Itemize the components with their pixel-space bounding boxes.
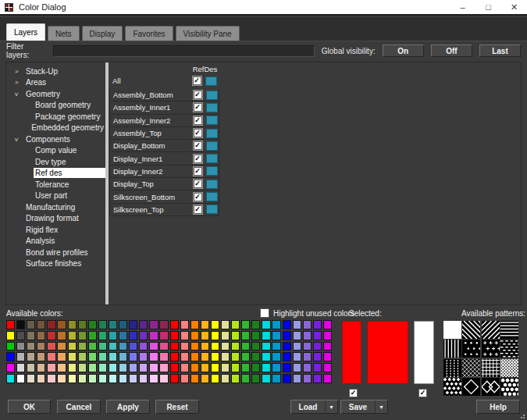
- palette-color[interactable]: [262, 342, 270, 351]
- tree-item-package-geometry[interactable]: Package geometry: [7, 111, 105, 123]
- palette-color[interactable]: [211, 352, 219, 361]
- palette-color[interactable]: [139, 363, 148, 372]
- palette-color[interactable]: [16, 363, 25, 372]
- palette-color[interactable]: [68, 363, 77, 372]
- palette-color[interactable]: [139, 374, 148, 383]
- palette-color[interactable]: [6, 320, 15, 329]
- palette-color[interactable]: [119, 320, 127, 329]
- palette-color[interactable]: [231, 374, 240, 383]
- palette-color[interactable]: [149, 352, 158, 361]
- filter-layers-input[interactable]: [53, 45, 315, 57]
- palette-color[interactable]: [180, 342, 189, 351]
- palette-color[interactable]: [98, 363, 107, 372]
- layer-visibility-checkbox[interactable]: ✓: [194, 180, 202, 188]
- palette-color[interactable]: [293, 342, 301, 351]
- palette-color[interactable]: [283, 331, 291, 340]
- palette-color[interactable]: [129, 331, 137, 340]
- palette-color[interactable]: [323, 374, 332, 383]
- palette-color[interactable]: [149, 342, 158, 351]
- palette-color[interactable]: [211, 331, 219, 340]
- chevron-down-icon[interactable]: v: [15, 136, 24, 143]
- palette-color[interactable]: [180, 331, 189, 340]
- palette-color[interactable]: [283, 342, 291, 351]
- tab-layers[interactable]: Layers: [6, 23, 45, 41]
- palette-color[interactable]: [191, 331, 199, 340]
- palette-color[interactable]: [241, 352, 250, 361]
- palette-color[interactable]: [211, 320, 219, 329]
- palette-color[interactable]: [6, 352, 15, 361]
- palette-color[interactable]: [98, 320, 107, 329]
- palette-color[interactable]: [129, 363, 137, 372]
- palette-color[interactable]: [68, 374, 77, 383]
- palette-color[interactable]: [37, 320, 45, 329]
- selected-pattern-swatch[interactable]: [414, 321, 434, 384]
- tab-visibility-pane[interactable]: Visibility Pane: [176, 26, 240, 41]
- palette-color[interactable]: [221, 352, 230, 361]
- palette-color[interactable]: [313, 363, 322, 372]
- palette-color[interactable]: [180, 374, 189, 383]
- layer-visibility-checkbox[interactable]: ✓: [194, 205, 202, 214]
- palette-color[interactable]: [27, 320, 35, 329]
- palette-color[interactable]: [119, 363, 127, 372]
- tree-item-comp-value[interactable]: Comp value: [7, 145, 105, 157]
- palette-color[interactable]: [16, 352, 25, 361]
- layer-color-swatch[interactable]: [205, 77, 217, 86]
- palette-color[interactable]: [159, 320, 168, 329]
- palette-color[interactable]: [283, 374, 291, 383]
- palette-color[interactable]: [251, 374, 260, 383]
- palette-color[interactable]: [211, 363, 219, 372]
- palette-color[interactable]: [149, 363, 158, 372]
- palette-color[interactable]: [323, 331, 332, 340]
- palette-color[interactable]: [231, 352, 240, 361]
- palette-color[interactable]: [78, 331, 87, 340]
- layer-visibility-checkbox[interactable]: ✓: [194, 129, 202, 137]
- palette-color[interactable]: [68, 320, 77, 329]
- palette-color[interactable]: [16, 320, 25, 329]
- palette-color[interactable]: [109, 320, 117, 329]
- palette-color[interactable]: [323, 352, 332, 361]
- layer-visibility-checkbox[interactable]: ✓: [193, 77, 201, 85]
- palette-color[interactable]: [149, 331, 158, 340]
- palette-color[interactable]: [272, 363, 280, 372]
- resize-grip[interactable]: [518, 412, 525, 418]
- palette-color[interactable]: [6, 342, 15, 351]
- palette-color[interactable]: [221, 331, 230, 340]
- pattern-diagonal-up[interactable]: [482, 321, 500, 339]
- palette-color[interactable]: [139, 352, 148, 361]
- palette-color[interactable]: [221, 363, 230, 372]
- layer-color-swatch[interactable]: [206, 205, 218, 214]
- palette-color[interactable]: [313, 320, 322, 329]
- maximize-icon[interactable]: □: [475, 0, 501, 14]
- palette-color[interactable]: [16, 342, 25, 351]
- layer-color-swatch[interactable]: [206, 192, 218, 201]
- layer-visibility-checkbox[interactable]: ✓: [194, 141, 202, 150]
- palette-color[interactable]: [170, 342, 179, 351]
- layer-visibility-checkbox[interactable]: ✓: [194, 167, 202, 176]
- palette-color[interactable]: [241, 331, 250, 340]
- palette-color[interactable]: [191, 374, 199, 383]
- palette-color[interactable]: [283, 363, 291, 372]
- palette-color[interactable]: [129, 352, 137, 361]
- global-visibility-last-button[interactable]: Last: [479, 44, 521, 57]
- palette-color[interactable]: [283, 352, 291, 361]
- palette-color[interactable]: [323, 342, 332, 351]
- pattern-vertical-lines[interactable]: [443, 340, 461, 358]
- layer-color-swatch[interactable]: [206, 180, 218, 189]
- palette-color[interactable]: [262, 363, 270, 372]
- highlight-unused-checkbox[interactable]: [260, 308, 269, 318]
- palette-color[interactable]: [129, 342, 137, 351]
- palette-color[interactable]: [98, 331, 107, 340]
- palette-color[interactable]: [109, 363, 117, 372]
- pattern-grid-mesh[interactable]: [482, 359, 500, 377]
- palette-color[interactable]: [251, 331, 260, 340]
- load-button[interactable]: Load ▼: [290, 400, 338, 414]
- palette-color[interactable]: [88, 363, 97, 372]
- palette-color[interactable]: [37, 363, 45, 372]
- palette-color[interactable]: [201, 374, 209, 383]
- palette-color[interactable]: [88, 331, 97, 340]
- palette-color[interactable]: [27, 342, 35, 351]
- palette-color[interactable]: [88, 320, 97, 329]
- palette-color[interactable]: [293, 374, 301, 383]
- tree-item-geometry[interactable]: vGeometry: [7, 88, 105, 100]
- palette-color[interactable]: [57, 342, 66, 351]
